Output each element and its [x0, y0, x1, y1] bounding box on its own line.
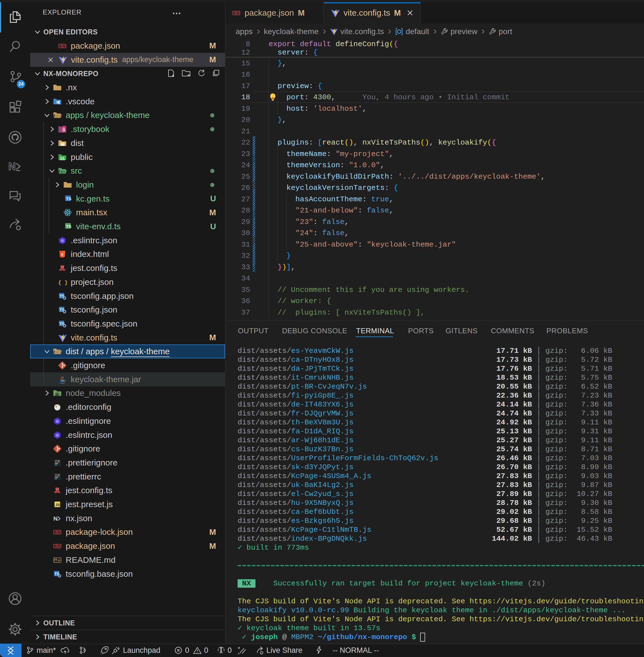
- svg-text:{ }: { }: [58, 279, 67, 286]
- svg-text:N: N: [8, 161, 16, 172]
- svg-text:TS: TS: [66, 224, 71, 229]
- svg-text:S: S: [63, 128, 65, 132]
- svg-text:5: 5: [61, 252, 63, 257]
- svg-text:N: N: [53, 515, 58, 522]
- svg-text:JS: JS: [55, 503, 60, 507]
- svg-text:TS: TS: [66, 196, 71, 201]
- svg-text:js: js: [55, 394, 58, 397]
